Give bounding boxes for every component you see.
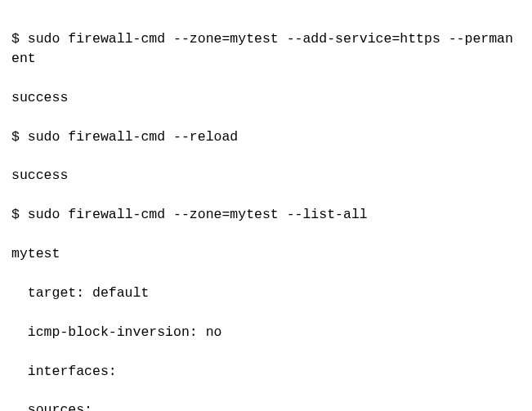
command-line-3: $ sudo firewall-cmd --zone=mytest --list…: [11, 205, 521, 225]
command-3-text: sudo firewall-cmd --zone=mytest --list-a…: [28, 207, 368, 222]
zone-name: mytest: [11, 244, 521, 264]
command-line-2: $ sudo firewall-cmd --reload: [11, 127, 521, 147]
command-line-1: $ sudo firewall-cmd --zone=mytest --add-…: [11, 29, 521, 69]
command-1-text: sudo firewall-cmd --zone=mytest --add-se…: [11, 31, 513, 66]
prompt-symbol: $: [11, 207, 20, 222]
prompt-symbol: $: [11, 31, 20, 47]
output-2: success: [11, 166, 521, 185]
prop-interfaces: interfaces:: [11, 362, 521, 382]
terminal-output: $ sudo firewall-cmd --zone=mytest --add-…: [0, 0, 532, 411]
prop-target: target: default: [11, 284, 521, 303]
prop-sources: sources:: [11, 400, 521, 411]
prompt-symbol: $: [11, 129, 20, 145]
output-1: success: [11, 88, 521, 108]
prop-icmp-block-inversion: icmp-block-inversion: no: [11, 323, 521, 342]
command-2-text: sudo firewall-cmd --reload: [28, 129, 238, 145]
